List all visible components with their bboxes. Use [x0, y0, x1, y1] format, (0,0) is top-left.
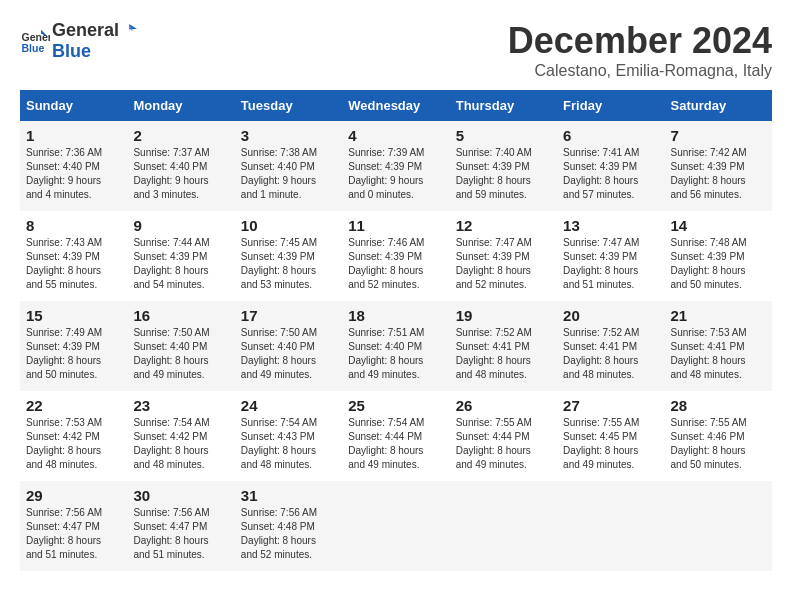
svg-text:Blue: Blue — [22, 42, 45, 54]
calendar-cell: 7Sunrise: 7:42 AM Sunset: 4:39 PM Daylig… — [665, 121, 772, 211]
calendar-cell: 27Sunrise: 7:55 AM Sunset: 4:45 PM Dayli… — [557, 391, 664, 481]
day-info: Sunrise: 7:49 AM Sunset: 4:39 PM Dayligh… — [26, 326, 121, 382]
weekday-header-wednesday: Wednesday — [342, 90, 449, 121]
day-number: 27 — [563, 397, 658, 414]
day-info: Sunrise: 7:56 AM Sunset: 4:47 PM Dayligh… — [26, 506, 121, 562]
day-number: 15 — [26, 307, 121, 324]
calendar-cell: 19Sunrise: 7:52 AM Sunset: 4:41 PM Dayli… — [450, 301, 557, 391]
day-info: Sunrise: 7:36 AM Sunset: 4:40 PM Dayligh… — [26, 146, 121, 202]
day-info: Sunrise: 7:52 AM Sunset: 4:41 PM Dayligh… — [563, 326, 658, 382]
day-number: 25 — [348, 397, 443, 414]
logo-bird-icon — [119, 21, 139, 41]
calendar-cell — [450, 481, 557, 571]
calendar-cell: 22Sunrise: 7:53 AM Sunset: 4:42 PM Dayli… — [20, 391, 127, 481]
calendar-cell: 5Sunrise: 7:40 AM Sunset: 4:39 PM Daylig… — [450, 121, 557, 211]
calendar-cell — [557, 481, 664, 571]
day-number: 28 — [671, 397, 766, 414]
day-info: Sunrise: 7:51 AM Sunset: 4:40 PM Dayligh… — [348, 326, 443, 382]
weekday-header-saturday: Saturday — [665, 90, 772, 121]
day-info: Sunrise: 7:54 AM Sunset: 4:44 PM Dayligh… — [348, 416, 443, 472]
calendar-cell: 16Sunrise: 7:50 AM Sunset: 4:40 PM Dayli… — [127, 301, 234, 391]
logo-blue-text: Blue — [52, 41, 91, 61]
day-info: Sunrise: 7:42 AM Sunset: 4:39 PM Dayligh… — [671, 146, 766, 202]
logo-icon: General Blue — [20, 26, 50, 56]
day-info: Sunrise: 7:41 AM Sunset: 4:39 PM Dayligh… — [563, 146, 658, 202]
calendar-cell: 21Sunrise: 7:53 AM Sunset: 4:41 PM Dayli… — [665, 301, 772, 391]
day-info: Sunrise: 7:38 AM Sunset: 4:40 PM Dayligh… — [241, 146, 336, 202]
logo: General Blue General Blue — [20, 20, 139, 62]
day-number: 7 — [671, 127, 766, 144]
calendar-cell: 1Sunrise: 7:36 AM Sunset: 4:40 PM Daylig… — [20, 121, 127, 211]
weekday-header-row: SundayMondayTuesdayWednesdayThursdayFrid… — [20, 90, 772, 121]
day-info: Sunrise: 7:55 AM Sunset: 4:44 PM Dayligh… — [456, 416, 551, 472]
day-info: Sunrise: 7:56 AM Sunset: 4:47 PM Dayligh… — [133, 506, 228, 562]
calendar-cell: 10Sunrise: 7:45 AM Sunset: 4:39 PM Dayli… — [235, 211, 342, 301]
logo-general-text: General — [52, 20, 119, 41]
day-info: Sunrise: 7:47 AM Sunset: 4:39 PM Dayligh… — [563, 236, 658, 292]
day-info: Sunrise: 7:56 AM Sunset: 4:48 PM Dayligh… — [241, 506, 336, 562]
calendar-week-row: 15Sunrise: 7:49 AM Sunset: 4:39 PM Dayli… — [20, 301, 772, 391]
day-number: 14 — [671, 217, 766, 234]
calendar-cell: 24Sunrise: 7:54 AM Sunset: 4:43 PM Dayli… — [235, 391, 342, 481]
calendar-cell: 23Sunrise: 7:54 AM Sunset: 4:42 PM Dayli… — [127, 391, 234, 481]
location-subtitle: Calestano, Emilia-Romagna, Italy — [508, 62, 772, 80]
day-number: 10 — [241, 217, 336, 234]
day-info: Sunrise: 7:54 AM Sunset: 4:43 PM Dayligh… — [241, 416, 336, 472]
calendar-cell: 29Sunrise: 7:56 AM Sunset: 4:47 PM Dayli… — [20, 481, 127, 571]
day-info: Sunrise: 7:44 AM Sunset: 4:39 PM Dayligh… — [133, 236, 228, 292]
day-number: 16 — [133, 307, 228, 324]
day-info: Sunrise: 7:53 AM Sunset: 4:42 PM Dayligh… — [26, 416, 121, 472]
day-number: 29 — [26, 487, 121, 504]
weekday-header-monday: Monday — [127, 90, 234, 121]
calendar-cell: 12Sunrise: 7:47 AM Sunset: 4:39 PM Dayli… — [450, 211, 557, 301]
day-info: Sunrise: 7:48 AM Sunset: 4:39 PM Dayligh… — [671, 236, 766, 292]
day-number: 4 — [348, 127, 443, 144]
calendar-cell: 26Sunrise: 7:55 AM Sunset: 4:44 PM Dayli… — [450, 391, 557, 481]
day-info: Sunrise: 7:40 AM Sunset: 4:39 PM Dayligh… — [456, 146, 551, 202]
day-number: 30 — [133, 487, 228, 504]
calendar-cell: 20Sunrise: 7:52 AM Sunset: 4:41 PM Dayli… — [557, 301, 664, 391]
day-number: 1 — [26, 127, 121, 144]
day-info: Sunrise: 7:37 AM Sunset: 4:40 PM Dayligh… — [133, 146, 228, 202]
day-info: Sunrise: 7:55 AM Sunset: 4:45 PM Dayligh… — [563, 416, 658, 472]
day-number: 8 — [26, 217, 121, 234]
day-number: 11 — [348, 217, 443, 234]
day-info: Sunrise: 7:55 AM Sunset: 4:46 PM Dayligh… — [671, 416, 766, 472]
day-info: Sunrise: 7:54 AM Sunset: 4:42 PM Dayligh… — [133, 416, 228, 472]
calendar-cell: 11Sunrise: 7:46 AM Sunset: 4:39 PM Dayli… — [342, 211, 449, 301]
day-info: Sunrise: 7:47 AM Sunset: 4:39 PM Dayligh… — [456, 236, 551, 292]
calendar-cell: 30Sunrise: 7:56 AM Sunset: 4:47 PM Dayli… — [127, 481, 234, 571]
calendar-cell — [665, 481, 772, 571]
weekday-header-sunday: Sunday — [20, 90, 127, 121]
day-info: Sunrise: 7:53 AM Sunset: 4:41 PM Dayligh… — [671, 326, 766, 382]
calendar-cell: 17Sunrise: 7:50 AM Sunset: 4:40 PM Dayli… — [235, 301, 342, 391]
day-number: 24 — [241, 397, 336, 414]
calendar-cell: 13Sunrise: 7:47 AM Sunset: 4:39 PM Dayli… — [557, 211, 664, 301]
day-number: 17 — [241, 307, 336, 324]
day-number: 12 — [456, 217, 551, 234]
weekday-header-thursday: Thursday — [450, 90, 557, 121]
header: General Blue General Blue December 2024 … — [20, 20, 772, 80]
day-number: 19 — [456, 307, 551, 324]
calendar-cell: 4Sunrise: 7:39 AM Sunset: 4:39 PM Daylig… — [342, 121, 449, 211]
calendar-cell: 14Sunrise: 7:48 AM Sunset: 4:39 PM Dayli… — [665, 211, 772, 301]
day-info: Sunrise: 7:45 AM Sunset: 4:39 PM Dayligh… — [241, 236, 336, 292]
calendar-cell — [342, 481, 449, 571]
day-number: 22 — [26, 397, 121, 414]
day-info: Sunrise: 7:52 AM Sunset: 4:41 PM Dayligh… — [456, 326, 551, 382]
calendar-cell: 15Sunrise: 7:49 AM Sunset: 4:39 PM Dayli… — [20, 301, 127, 391]
calendar-cell: 25Sunrise: 7:54 AM Sunset: 4:44 PM Dayli… — [342, 391, 449, 481]
calendar-week-row: 22Sunrise: 7:53 AM Sunset: 4:42 PM Dayli… — [20, 391, 772, 481]
calendar-cell: 28Sunrise: 7:55 AM Sunset: 4:46 PM Dayli… — [665, 391, 772, 481]
day-number: 18 — [348, 307, 443, 324]
calendar-week-row: 29Sunrise: 7:56 AM Sunset: 4:47 PM Dayli… — [20, 481, 772, 571]
day-info: Sunrise: 7:43 AM Sunset: 4:39 PM Dayligh… — [26, 236, 121, 292]
day-number: 21 — [671, 307, 766, 324]
day-number: 26 — [456, 397, 551, 414]
day-info: Sunrise: 7:39 AM Sunset: 4:39 PM Dayligh… — [348, 146, 443, 202]
day-number: 20 — [563, 307, 658, 324]
calendar-cell: 2Sunrise: 7:37 AM Sunset: 4:40 PM Daylig… — [127, 121, 234, 211]
calendar-cell: 18Sunrise: 7:51 AM Sunset: 4:40 PM Dayli… — [342, 301, 449, 391]
calendar-cell: 31Sunrise: 7:56 AM Sunset: 4:48 PM Dayli… — [235, 481, 342, 571]
day-number: 9 — [133, 217, 228, 234]
